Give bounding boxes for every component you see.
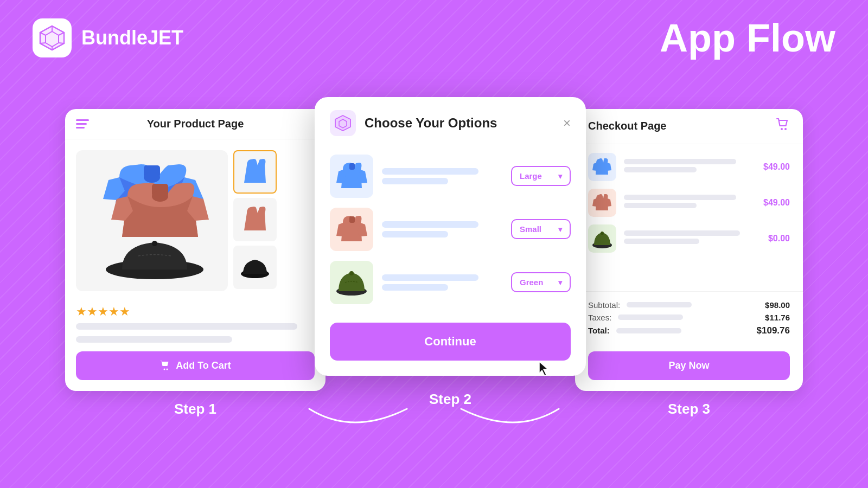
svg-rect-22: [349, 216, 355, 223]
chevron-down-icon-2: ▾: [558, 225, 562, 234]
item-1-sub-skeleton: [624, 167, 697, 172]
svg-point-26: [784, 128, 787, 130]
option-dropdown-1[interactable]: Large ▾: [511, 166, 571, 186]
option-sub-skeleton-1: [382, 178, 448, 184]
thumbnail-2[interactable]: [233, 198, 277, 241]
cursor-icon: [537, 359, 553, 379]
svg-point-12: [152, 191, 168, 202]
option-row-1: Large ▾: [330, 155, 571, 198]
option-image-2: [330, 208, 373, 251]
modal-title: Choose Your Options: [365, 115, 554, 131]
checkout-header: Checkout Page: [575, 109, 803, 144]
subtotal-label: Subtotal:: [588, 300, 620, 310]
menu-icon[interactable]: [76, 119, 89, 129]
thumbnail-3[interactable]: [233, 246, 277, 289]
option-image-3: [330, 261, 373, 304]
checkout-item-2: $49.00: [588, 189, 790, 217]
option-image-1: [330, 155, 373, 198]
checkout-item-detail-3: [624, 230, 761, 247]
modal-close-button[interactable]: ×: [563, 115, 571, 131]
skeleton-description-1: [76, 323, 297, 330]
logo-icon: [33, 18, 72, 57]
option-details-1: [382, 168, 502, 184]
checkout-totals: Subtotal: $98.00 Taxes: $11.76 Total: $1…: [575, 294, 803, 346]
step1-header: Your Product Page: [65, 109, 326, 139]
item-2-name-skeleton: [624, 195, 736, 200]
svg-point-10: [144, 172, 160, 183]
step3-card: Checkout Page: [575, 109, 803, 391]
checkout-divider: [575, 291, 803, 292]
checkout-item-1: $49.00: [588, 153, 790, 181]
modal-header: Choose Your Options ×: [315, 97, 586, 149]
chevron-down-icon-1: ▾: [558, 172, 562, 181]
option-sub-skeleton-2: [382, 231, 448, 237]
checkout-item-img-2: [588, 189, 616, 217]
checkout-items-list: $49.00: [575, 144, 803, 289]
option-sub-skeleton-3: [382, 284, 448, 291]
cart-icon-checkout: [776, 118, 790, 135]
checkout-item-img-3: [588, 224, 616, 253]
checkout-item-3: $0.00: [588, 224, 790, 253]
svg-line-5: [59, 43, 64, 43]
taxes-skeleton: [618, 314, 683, 320]
checkout-title: Checkout Page: [588, 120, 666, 132]
skeleton-description-2: [76, 336, 232, 343]
option-row-3: Green ▾: [330, 261, 571, 304]
add-to-cart-button[interactable]: Add To Cart: [76, 351, 315, 380]
item-2-sub-skeleton: [624, 203, 697, 208]
subtotal-skeleton: [627, 302, 692, 307]
svg-point-16: [164, 369, 165, 370]
dropdown-value-2: Small: [520, 224, 541, 234]
item-3-sub-skeleton: [624, 239, 699, 244]
continue-button[interactable]: Continue: [330, 323, 571, 361]
checkout-item-price-2: $49.00: [763, 198, 790, 208]
chevron-down-icon-3: ▾: [558, 278, 562, 287]
total-row: Total: $109.76: [588, 325, 790, 336]
step1-card: Your Product Page: [65, 109, 326, 391]
step2-label: Step 2: [315, 391, 586, 408]
svg-point-14: [152, 241, 157, 246]
checkout-item-price-3: $0.00: [768, 234, 790, 243]
svg-point-17: [167, 369, 168, 370]
checkout-item-detail-2: [624, 195, 756, 211]
option-name-skeleton-3: [382, 274, 478, 281]
thumbnail-stack: [233, 150, 277, 294]
main-product-image: [76, 150, 228, 291]
svg-rect-21: [349, 163, 355, 170]
dropdown-value-3: Green: [520, 278, 543, 287]
option-details-3: [382, 274, 502, 291]
dropdown-value-1: Large: [520, 171, 542, 181]
add-to-cart-label: Add To Cart: [176, 360, 231, 371]
modal-card: Choose Your Options ×: [315, 97, 586, 376]
checkout-item-img-1: [588, 153, 616, 181]
step1-wrapper: Your Product Page: [65, 109, 326, 418]
option-name-skeleton-2: [382, 221, 478, 228]
cursor-indicator: [315, 359, 553, 381]
page-header-title: App Flow: [660, 16, 835, 60]
option-dropdown-2[interactable]: Small ▾: [511, 219, 571, 239]
modal-logo-icon: [330, 110, 356, 136]
menu-line-1: [76, 119, 89, 121]
total-skeleton: [616, 328, 681, 333]
menu-line-2: [76, 123, 87, 125]
step2-wrapper: Choose Your Options ×: [315, 97, 586, 408]
modal-body: Large ▾: [315, 149, 586, 317]
subtotal-value: $98.00: [765, 300, 790, 310]
checkout-item-price-1: $49.00: [763, 162, 790, 172]
option-dropdown-3[interactable]: Green ▾: [511, 272, 571, 292]
pay-now-button[interactable]: Pay Now: [588, 351, 790, 380]
svg-point-25: [781, 128, 783, 130]
taxes-label: Taxes:: [588, 313, 611, 322]
svg-line-7: [40, 43, 46, 43]
item-3-name-skeleton: [624, 230, 740, 236]
steps-container: Your Product Page: [33, 70, 835, 455]
subtotal-row: Subtotal: $98.00: [588, 300, 790, 310]
menu-line-3: [76, 127, 85, 129]
thumbnail-1[interactable]: [233, 150, 277, 194]
step1-label: Step 1: [65, 401, 326, 418]
step3-wrapper: Checkout Page: [575, 109, 803, 418]
taxes-value: $11.76: [765, 313, 790, 322]
taxes-row: Taxes: $11.76: [588, 313, 790, 322]
logo-area: BundleJET: [33, 18, 183, 57]
checkout-item-detail-1: [624, 159, 756, 175]
